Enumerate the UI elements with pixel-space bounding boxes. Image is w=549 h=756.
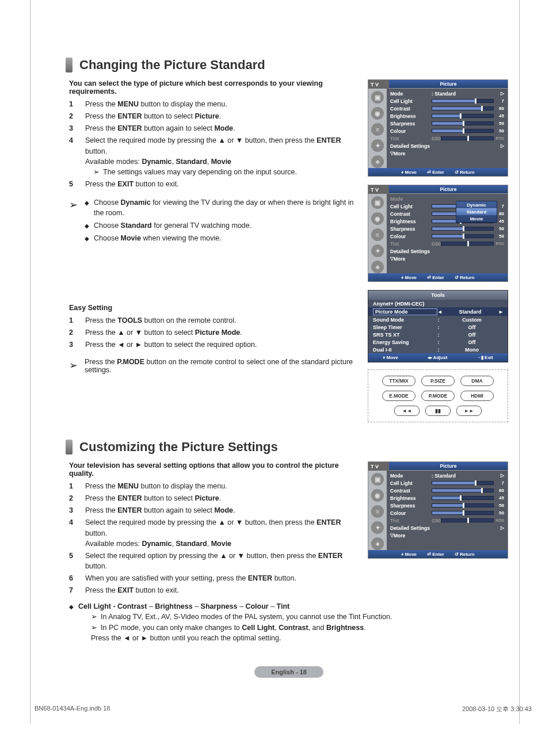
easy-steps-list: 1Press the TOOLS button on the remote co… [69, 315, 357, 350]
intro-text: Your television has several setting opti… [69, 461, 357, 478]
chevron-right-icon: ▷ [501, 91, 504, 96]
sound-icon: ◉ [371, 212, 384, 225]
note-text: Press the P.MODE button on the remote co… [85, 358, 357, 374]
section-heading: Customizing the Picture Settings [66, 440, 509, 455]
section-title-text: Customizing the Picture Settings [79, 440, 278, 455]
tips-list: ◆Choose Dynamic for viewing the TV durin… [85, 197, 357, 246]
section-title-text: Changing the Picture Standard [79, 58, 265, 72]
note-arrow-icon: ➢ [91, 612, 97, 622]
param-line: Cell Light - Contrast – Brightness – Sha… [78, 601, 392, 643]
setup-icon: ✦ [371, 139, 384, 152]
note-text: Press the ◄ or ► button until you reach … [91, 633, 392, 643]
steps-list-continued: 6When you are satisfied with your settin… [69, 573, 509, 595]
chevron-right-icon: ▷ [501, 143, 504, 148]
osd-picture-mode-panel: T V Picture ▣ ◉ ≡ ✦ ⎆ Mode Ce [368, 185, 508, 282]
file-name: BN68-01434A-Eng.indb 18 [35, 705, 110, 713]
tip-text: Choose Standard for general TV watching … [94, 220, 251, 231]
steps-list: 1Press the MENU button to display the me… [69, 99, 357, 189]
step-text: Select the required mode by pressing the… [85, 517, 357, 548]
remote-button: DMA [460, 376, 494, 386]
channel-icon: ≡ [371, 228, 384, 241]
sound-icon: ◉ [371, 489, 384, 502]
osd-picture-panel: T V Picture ▣ ◉ ≡ ✦ ⎆ Mode: Standard▷ [368, 79, 508, 177]
section-heading: Changing the Picture Standard [66, 58, 509, 72]
tip-text: Choose Dynamic for viewing the TV during… [94, 197, 357, 218]
setup-icon: ✦ [371, 521, 384, 534]
osd-tv-label: T V [368, 462, 389, 471]
note-text: In PC mode, you can only make changes to… [101, 623, 366, 633]
step-text: When you are satisfied with your setting… [85, 573, 509, 583]
dropdown-option: Dynamic [456, 201, 497, 208]
step-text: Press the ▲ or ▼ button to select Pictur… [85, 327, 357, 338]
picture-icon: ▣ [371, 196, 384, 209]
chevron-right-icon: ▷ [501, 473, 504, 478]
note-arrow-icon: ➢ [91, 623, 97, 633]
chevron-right-icon: ▷ [501, 525, 504, 530]
step-text: Press the ENTER button to select Picture… [85, 493, 357, 503]
step-text: Select the required mode by pressing the… [85, 135, 357, 177]
step-text: Press the EXIT button to exit. [85, 179, 357, 189]
remote-button: E.MODE [382, 391, 415, 401]
osd-header: Picture [389, 462, 508, 471]
tip-text: Choose Movie when viewing the movie. [94, 233, 222, 243]
osd-tv-label: T V [368, 80, 389, 89]
diamond-icon: ◆ [85, 235, 89, 243]
note-arrow-icon: ➢ [69, 359, 78, 372]
note-text: In Analog TV, Ext., AV, S-Video modes of… [101, 612, 392, 622]
osd-tv-label: T V [368, 185, 389, 194]
setup-icon: ✦ [371, 245, 384, 257]
intro-text: You can select the type of picture which… [69, 79, 357, 96]
diamond-icon: ◆ [85, 199, 89, 218]
remote-diagram: TTX/MIX P.SIZE DMA E.MODE P.MODE HDMI ◄◄… [368, 369, 508, 422]
subheading: Easy Setting [69, 304, 357, 312]
mode-dropdown: Dynamic Standard Movie [456, 201, 497, 223]
picture-icon: ▣ [371, 91, 384, 104]
input-icon: ⎆ [371, 261, 384, 273]
dropdown-option-selected: Standard [456, 208, 497, 215]
input-icon: ⎆ [371, 537, 384, 550]
tools-header: Tools [368, 291, 508, 300]
channel-icon: ≡ [371, 505, 384, 518]
step-text: Press the ENTER button to select Picture… [85, 111, 357, 121]
remote-button: P.SIZE [421, 376, 455, 386]
osd-header: Picture [389, 80, 508, 89]
remote-button: ►► [456, 406, 482, 416]
page-number-pill: English - 18 [254, 666, 323, 678]
tools-panel: Tools Anynet+ (HDMI-CEC) Picture Mode◄St… [368, 290, 508, 362]
step-text: Select the required option by pressing t… [85, 551, 357, 571]
step-text: Press the MENU button to display the men… [85, 481, 357, 491]
step-text: Press the EXIT button to exit. [85, 585, 509, 595]
osd-picture-panel: T V Picture ▣ ◉ ≡ ✦ ⎆ Mode: Standard▷ [368, 461, 508, 559]
timestamp: 2008-03-10 오후 3:30:43 [462, 705, 532, 713]
remote-button: HDMI [460, 391, 494, 401]
dropdown-option: Movie [456, 215, 497, 222]
input-icon: ⎆ [371, 155, 384, 168]
steps-list: 1Press the MENU button to display the me… [69, 481, 357, 571]
tools-item-selected: Picture Mode [373, 308, 437, 315]
step-text: Press the ENTER button again to select M… [85, 505, 357, 516]
picture-icon: ▣ [371, 473, 384, 486]
page-metadata: BN68-01434A-Eng.indb 18 2008-03-10 오후 3:… [35, 705, 532, 713]
sound-icon: ◉ [371, 107, 384, 120]
remote-button: TTX/MIX [382, 376, 415, 386]
remote-button: P.MODE [421, 391, 455, 401]
diamond-icon: ◆ [85, 222, 89, 231]
step-text: Press the ◄ or ► button to select the re… [85, 339, 357, 350]
osd-header: Picture [389, 185, 508, 194]
note-arrow-icon: ➢ [69, 198, 78, 211]
param-list: ◆ Cell Light - Contrast – Brightness – S… [69, 601, 509, 643]
note-arrow-icon: ➢ [93, 167, 100, 177]
step-note: The settings values may vary depending o… [103, 167, 297, 177]
step-text: Press the MENU button to display the men… [85, 99, 357, 109]
remote-button: ▮▮ [425, 406, 451, 416]
diamond-icon: ◆ [69, 603, 74, 643]
step-text: Press the TOOLS button on the remote con… [85, 315, 357, 326]
tools-item: Anynet+ (HDMI-CEC) [373, 301, 436, 307]
channel-icon: ≡ [371, 123, 384, 136]
remote-button: ◄◄ [394, 406, 420, 416]
step-text: Press the ENTER button again to select M… [85, 123, 357, 133]
